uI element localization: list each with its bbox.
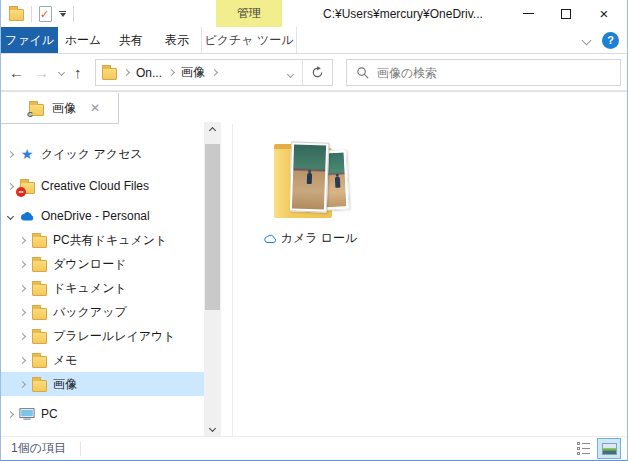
- main-area: ★ クイック アクセス ∞ Creative Cloud Files OneDr…: [1, 124, 627, 437]
- explorer-window: 管理 C:¥Users¥mercury¥OneDriv... × ファイル ホー…: [0, 0, 628, 461]
- expand-chevron-icon[interactable]: [7, 410, 14, 417]
- folder-icon: [9, 9, 24, 21]
- tab-picture-tools[interactable]: ピクチャ ツール: [201, 27, 297, 53]
- close-icon: ×: [600, 6, 609, 21]
- separator: [80, 442, 81, 456]
- minimize-button[interactable]: [509, 0, 547, 27]
- manage-contextual-header[interactable]: 管理: [216, 0, 282, 27]
- expand-chevron-icon[interactable]: [19, 356, 26, 363]
- search-input[interactable]: [377, 66, 620, 80]
- tab-view[interactable]: 表示: [154, 27, 200, 53]
- refresh-icon: [311, 66, 324, 79]
- navigation-bar: ← → ↑ On... 画像: [1, 54, 627, 91]
- onedrive-status-cloud-icon: [263, 234, 277, 244]
- titlebar: 管理 C:¥Users¥mercury¥OneDriv... ×: [1, 0, 627, 27]
- file-label-text: カメラ ロール: [281, 230, 358, 247]
- tab-share[interactable]: 共有: [108, 27, 154, 53]
- window-controls: ×: [509, 0, 623, 27]
- thumbnail-view-icon: [602, 443, 617, 455]
- sidebar-item-onedrive[interactable]: OneDrive - Personal: [1, 204, 204, 228]
- folder-icon: [32, 308, 47, 320]
- sidebar-item-documents[interactable]: ドキュメント: [1, 276, 204, 300]
- breadcrumb-chevron-icon[interactable]: [123, 69, 130, 76]
- scroll-down-icon[interactable]: [204, 420, 221, 437]
- folder-icon: [32, 356, 47, 368]
- back-button[interactable]: ←: [9, 65, 24, 80]
- sidebar-item-creative-cloud-files[interactable]: ∞ Creative Cloud Files: [1, 174, 204, 198]
- customize-toolbar-icon[interactable]: [59, 11, 66, 17]
- folder-icon: [32, 380, 47, 392]
- tab-images-active[interactable]: C 画像 ✕: [1, 93, 119, 124]
- folder-icon: C: [29, 104, 44, 116]
- search-box[interactable]: [346, 59, 621, 86]
- separator: [73, 6, 74, 22]
- folder-item-camera-roll[interactable]: カメラ ロール: [255, 138, 365, 247]
- address-dropdown-icon[interactable]: [287, 70, 294, 77]
- sidebar-item-quick-access[interactable]: ★ クイック アクセス: [1, 142, 204, 166]
- recent-locations-icon[interactable]: [58, 68, 65, 75]
- tab-close-icon[interactable]: ✕: [90, 101, 100, 115]
- ribbon-tab-row: ファイル ホーム 共有 表示 ピクチャ ツール ?: [1, 27, 627, 54]
- thumbnail-view-button[interactable]: [597, 438, 621, 459]
- search-icon: [356, 66, 369, 79]
- folder-icon: [32, 332, 47, 344]
- folder-icon: [32, 284, 47, 296]
- close-button[interactable]: ×: [585, 0, 623, 27]
- collapse-chevron-icon[interactable]: [7, 212, 14, 219]
- scroll-up-icon[interactable]: [204, 122, 221, 139]
- folder-icon: [102, 68, 117, 80]
- pc-monitor-icon: [19, 406, 35, 422]
- help-icon[interactable]: ?: [602, 32, 619, 49]
- up-button[interactable]: ↑: [74, 65, 82, 80]
- expand-chevron-icon[interactable]: [19, 284, 26, 291]
- sidebar-item-pc[interactable]: PC: [1, 402, 204, 426]
- breadcrumb-segment[interactable]: On...: [136, 66, 162, 80]
- expand-chevron-icon[interactable]: [19, 380, 26, 387]
- collapse-ribbon-icon[interactable]: [582, 35, 592, 45]
- breadcrumb-chevron-icon[interactable]: [211, 69, 218, 76]
- onedrive-cloud-icon: [19, 208, 35, 224]
- folder-tab-bar: C 画像 ✕: [1, 91, 627, 124]
- sidebar-item-pc-shared-documents[interactable]: PC共有ドキュメント: [1, 228, 204, 252]
- minimize-icon: [523, 13, 534, 14]
- details-view-button[interactable]: [571, 438, 595, 459]
- expand-chevron-icon[interactable]: [19, 332, 26, 339]
- expand-chevron-icon[interactable]: [19, 260, 26, 267]
- folder-icon: [32, 236, 47, 248]
- sidebar-item-memo[interactable]: メモ: [1, 348, 204, 372]
- folder-icon: [32, 260, 47, 272]
- tab-home[interactable]: ホーム: [58, 27, 108, 53]
- sidebar-item-images[interactable]: 画像: [1, 372, 204, 396]
- quick-access-star-icon: ★: [19, 146, 35, 162]
- window-title-path: C:¥Users¥mercury¥OneDriv...: [323, 0, 483, 27]
- details-view-icon: [577, 442, 590, 455]
- maximize-icon: [561, 9, 571, 19]
- quick-access-toolbar: [9, 3, 74, 24]
- address-bar[interactable]: On... 画像: [95, 59, 333, 86]
- properties-icon[interactable]: [39, 6, 52, 22]
- expand-chevron-icon[interactable]: [7, 150, 14, 157]
- separator: [31, 6, 32, 22]
- expand-chevron-icon[interactable]: [19, 236, 26, 243]
- sidebar-item-plarail-layout[interactable]: プラレールレイアウト: [1, 324, 204, 348]
- status-bar: 1個の項目: [1, 436, 627, 460]
- creative-cloud-icon: ∞: [16, 187, 26, 197]
- breadcrumb-chevron-icon[interactable]: [168, 69, 175, 76]
- breadcrumb-segment[interactable]: 画像: [181, 64, 205, 81]
- folder-thumbnail: [268, 138, 352, 226]
- expand-chevron-icon[interactable]: [7, 182, 14, 189]
- file-list: カメラ ロール: [233, 124, 627, 437]
- navigation-pane: ★ クイック アクセス ∞ Creative Cloud Files OneDr…: [1, 124, 204, 437]
- sidebar-item-downloads[interactable]: ダウンロード: [1, 252, 204, 276]
- scrollbar-thumb[interactable]: [205, 144, 220, 310]
- sync-badge-icon: C: [27, 110, 33, 119]
- tab-label: 画像: [52, 100, 76, 117]
- expand-chevron-icon[interactable]: [19, 308, 26, 315]
- item-count: 1個の項目: [11, 440, 66, 457]
- tab-file[interactable]: ファイル: [1, 27, 58, 53]
- sidebar-item-backup[interactable]: バックアップ: [1, 300, 204, 324]
- maximize-button[interactable]: [547, 0, 585, 27]
- sidebar-scrollbar[interactable]: [204, 122, 221, 437]
- refresh-button[interactable]: [302, 60, 332, 85]
- forward-button[interactable]: →: [34, 65, 49, 80]
